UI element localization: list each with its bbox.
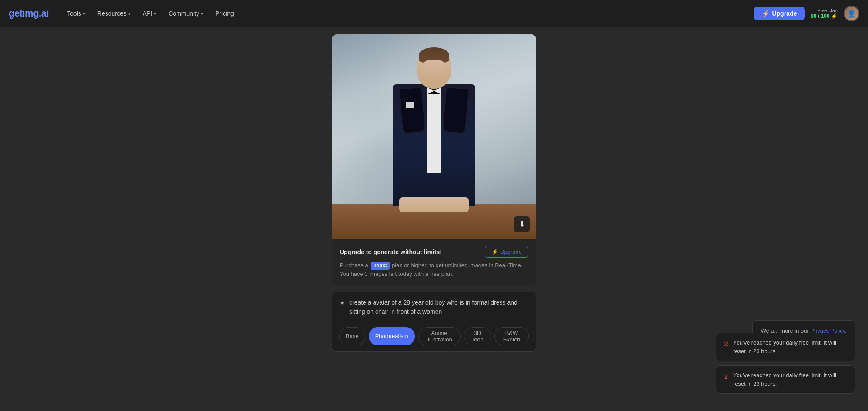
toast-2: ⊘ You've reached your daily free limit. … <box>716 365 855 394</box>
credits-icon: ⚡ <box>831 13 838 19</box>
style-tag-photorealism[interactable]: Photorealism <box>369 327 415 345</box>
lightning-icon: ⚡ <box>762 10 769 17</box>
banner-description: Purchase a BASIC plan or higher, to get … <box>340 261 528 278</box>
main-nav: Tools ▾ Resources ▾ API ▾ Community ▾ Pr… <box>62 7 754 20</box>
person-figure <box>386 47 482 239</box>
upgrade-banner: Upgrade to generate without limits! ⚡ Up… <box>332 239 536 285</box>
toast-message-2: You've reached your daily free limit. It… <box>733 371 848 388</box>
download-button[interactable]: ⬇ <box>514 216 530 232</box>
nav-resources[interactable]: Resources ▾ <box>92 7 136 20</box>
header: getimg.ai Tools ▾ Resources ▾ API ▾ Comm… <box>0 0 868 27</box>
prompt-section[interactable]: ✦ create a avatar of a 28 year old boy w… <box>332 292 536 352</box>
style-tag-anime[interactable]: Anime Illustration <box>418 327 461 345</box>
chevron-down-icon: ▾ <box>128 11 130 16</box>
upgrade-button[interactable]: ⚡ Upgrade <box>754 7 805 20</box>
nav-community[interactable]: Community ▾ <box>163 7 208 20</box>
nav-api[interactable]: API ▾ <box>137 7 162 20</box>
warning-icon-1: ⊘ <box>723 339 729 349</box>
avatar-image: 👤 <box>845 7 858 20</box>
person-body <box>393 84 475 206</box>
header-right: ⚡ Upgrade Free plan 88 / 100 ⚡ 👤 <box>754 6 859 21</box>
style-tags: Base Photorealism Anime Illustration 3D … <box>339 322 529 345</box>
prompt-text: create a avatar of a 28 year old boy who… <box>349 298 529 316</box>
person-head <box>417 47 451 89</box>
toast-message-1: You've reached your daily free limit. It… <box>733 338 848 355</box>
site-logo[interactable]: getimg.ai <box>9 8 49 19</box>
sparkle-icon: ✦ <box>339 299 345 307</box>
style-tag-base[interactable]: Base <box>339 327 365 345</box>
prompt-row: ✦ create a avatar of a 28 year old boy w… <box>339 298 529 316</box>
generated-image: ⬇ <box>332 34 536 239</box>
content-wrapper: ⬇ Upgrade to generate without limits! ⚡ … <box>332 27 536 369</box>
chevron-down-icon: ▾ <box>154 11 156 16</box>
download-icon: ⬇ <box>519 219 525 229</box>
plan-label: Free plan <box>818 8 838 13</box>
chevron-down-icon: ▾ <box>83 11 85 16</box>
image-card: ⬇ Upgrade to generate without limits! ⚡ … <box>332 34 536 285</box>
nav-pricing[interactable]: Pricing <box>210 7 239 20</box>
avatar[interactable]: 👤 <box>844 6 859 21</box>
lightning-icon: ⚡ <box>491 249 498 255</box>
banner-upgrade-button[interactable]: ⚡ Upgrade <box>485 246 528 258</box>
plan-info: Free plan 88 / 100 ⚡ <box>811 8 838 19</box>
shirt-front <box>427 86 441 173</box>
warning-icon-2: ⊘ <box>723 371 729 382</box>
person-face <box>421 60 447 84</box>
basic-badge: BASIC <box>371 262 389 270</box>
chevron-down-icon: ▾ <box>201 11 203 16</box>
style-tag-bw-sketch[interactable]: B&W Sketch <box>494 327 529 345</box>
credits-display: 88 / 100 ⚡ <box>811 13 838 19</box>
pocket-square <box>406 102 414 108</box>
suit-lapel-right <box>443 88 469 133</box>
toast-container: ⊘ You've reached your daily free limit. … <box>716 333 855 394</box>
style-tag-3d-toon[interactable]: 3D Toon <box>464 327 491 345</box>
nav-tools[interactable]: Tools ▾ <box>62 7 90 20</box>
suit-lapel-left <box>400 88 425 133</box>
main-content: ⬇ Upgrade to generate without limits! ⚡ … <box>0 0 868 384</box>
toast-1: ⊘ You've reached your daily free limit. … <box>716 333 855 361</box>
banner-title: Upgrade to generate without limits! <box>340 249 442 255</box>
hands-area <box>399 197 469 212</box>
banner-header-row: Upgrade to generate without limits! ⚡ Up… <box>340 246 528 258</box>
